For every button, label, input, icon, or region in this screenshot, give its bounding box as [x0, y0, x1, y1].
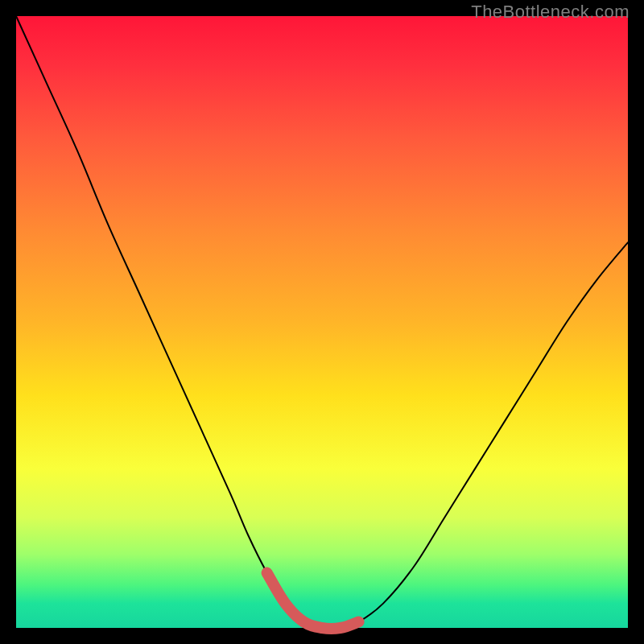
curve-svg [16, 16, 628, 628]
plot-area [16, 16, 628, 628]
chart-frame: TheBottleneck.com [0, 0, 644, 644]
watermark-text: TheBottleneck.com [471, 2, 630, 23]
bottleneck-curve [16, 16, 628, 629]
bottleneck-highlight [267, 573, 359, 629]
